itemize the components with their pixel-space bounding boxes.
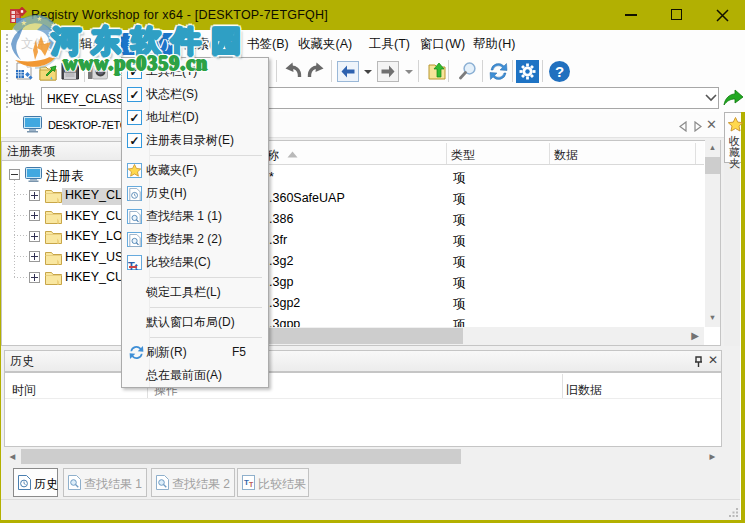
svg-text:T: T <box>249 481 254 488</box>
